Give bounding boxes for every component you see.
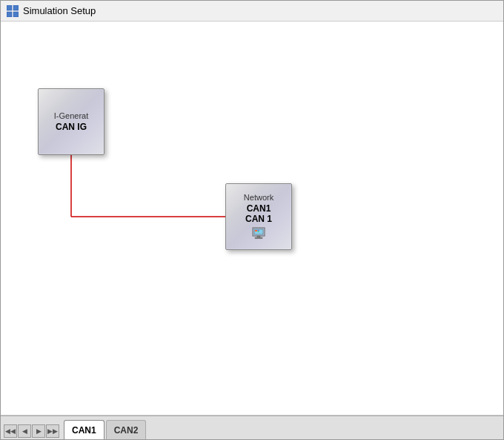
svg-rect-13 [258,231,259,232]
svg-rect-11 [255,230,257,232]
network-node-label-main: CAN1 [247,203,271,214]
svg-rect-0 [7,5,12,10]
tab-bar: ◀◀ ◀ ▶ ▶▶ CAN1 CAN2 [1,416,503,439]
svg-rect-2 [7,12,12,17]
network-node-icon [252,227,265,241]
network-node[interactable]: Network CAN1 CAN 1 [225,183,292,250]
window-title: Simulation Setup [23,5,96,16]
nav-last-button[interactable]: ▶▶ [46,424,59,438]
nav-buttons: ◀◀ ◀ ▶ ▶▶ [4,424,59,438]
svg-rect-10 [255,237,262,239]
simulation-window: Simulation Setup I-Generat CAN IG Networ… [0,0,504,440]
nav-first-button[interactable]: ◀◀ [4,424,17,438]
title-icon [7,5,19,17]
title-bar: Simulation Setup [1,1,503,22]
ig-node[interactable]: I-Generat CAN IG [38,88,105,155]
tab-can2[interactable]: CAN2 [106,420,147,439]
nav-prev-button[interactable]: ◀ [18,424,31,438]
svg-rect-9 [257,236,260,237]
network-node-label-sub: CAN 1 [245,214,272,224]
canvas-area[interactable]: I-Generat CAN IG Network CAN1 CAN 1 [1,22,503,416]
ig-node-label-top: I-Generat [54,111,88,120]
tab-can1[interactable]: CAN1 [64,420,105,439]
nav-next-button[interactable]: ▶ [32,424,45,438]
svg-rect-12 [258,230,259,231]
svg-rect-1 [13,5,19,10]
ig-node-label-main: CAN IG [56,122,87,132]
network-node-label-top: Network [244,193,273,202]
svg-rect-3 [13,12,19,17]
